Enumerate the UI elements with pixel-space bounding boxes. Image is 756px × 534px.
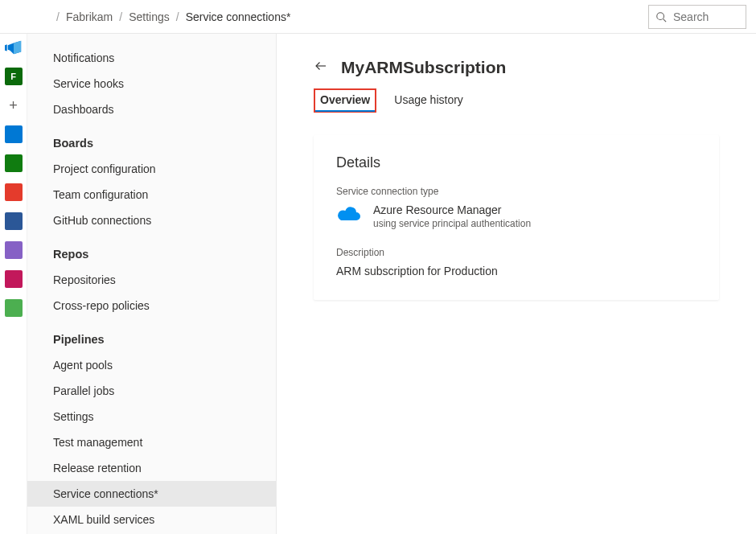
add-button[interactable]: + <box>5 97 23 114</box>
search-box[interactable] <box>648 5 746 29</box>
sidebar-heading: Boards <box>27 122 276 156</box>
sidebar-item[interactable]: Dashboards <box>27 97 276 122</box>
artifacts-icon[interactable] <box>5 212 23 230</box>
sidebar-item[interactable]: XAML build services <box>27 507 276 532</box>
back-button[interactable] <box>314 59 328 77</box>
breadcrumb-sep: / <box>56 10 60 23</box>
sidebar-heading: Repos <box>27 233 276 267</box>
project-avatar[interactable]: F <box>5 68 23 85</box>
tab-usage-history[interactable]: Usage history <box>392 88 465 113</box>
details-heading: Details <box>336 154 696 171</box>
main-content: MyARMSubscription OverviewUsage history … <box>277 34 756 534</box>
search-icon <box>655 11 667 23</box>
page-titlebar: MyARMSubscription <box>314 58 719 77</box>
sidebar-item[interactable]: Agent pools <box>27 352 276 378</box>
settings-sidebar: NotificationsService hooksDashboardsBoar… <box>27 34 277 534</box>
left-rail: F + <box>0 34 27 534</box>
sidebar-item[interactable]: Service connections* <box>27 481 276 507</box>
sidebar-item[interactable]: Notifications <box>27 45 276 71</box>
sidebar-item[interactable]: Release retention <box>27 455 276 481</box>
azure-devops-logo[interactable] <box>5 39 23 56</box>
breadcrumb-current[interactable]: Service connections* <box>186 10 291 23</box>
sidebar-item[interactable]: Cross-repo policies <box>27 293 276 318</box>
cloud-icon <box>336 205 362 223</box>
svg-point-0 <box>657 12 664 19</box>
description-text: ARM subscription for Production <box>336 265 696 277</box>
sidebar-item[interactable]: GitHub connections <box>27 207 276 233</box>
search-input[interactable] <box>673 10 739 23</box>
description-label: Description <box>336 247 696 258</box>
sidebar-item[interactable]: Repositories <box>27 267 276 293</box>
tab-overview[interactable]: Overview <box>314 88 376 113</box>
labs-icon[interactable] <box>5 241 23 259</box>
test-icon[interactable] <box>5 154 23 172</box>
sidebar-item[interactable]: Project configuration <box>27 156 276 182</box>
svg-line-1 <box>664 18 667 22</box>
breadcrumb-settings[interactable]: Settings <box>129 10 170 23</box>
sidebar-item[interactable]: Test management <box>27 429 276 455</box>
repos-icon[interactable] <box>5 183 23 201</box>
sidebar-item[interactable]: Parallel jobs <box>27 378 276 404</box>
sidebar-heading: Pipelines <box>27 318 276 352</box>
breadcrumb-sep: / <box>176 10 179 23</box>
sidebar-item[interactable]: Team configuration <box>27 182 276 207</box>
topbar: / Fabrikam / Settings / Service connecti… <box>0 0 756 34</box>
boards-icon[interactable] <box>5 125 23 143</box>
connection-subtext: using service principal authentication <box>373 218 531 229</box>
breadcrumb-sep: / <box>119 10 122 23</box>
marketplace-icon[interactable] <box>5 270 23 288</box>
sidebar-item[interactable]: Settings <box>27 404 276 429</box>
breadcrumb-org[interactable]: Fabrikam <box>66 10 113 23</box>
breadcrumb: / Fabrikam / Settings / Service connecti… <box>32 10 642 23</box>
connection-row: Azure Resource Manager using service pri… <box>336 203 696 229</box>
page-title: MyARMSubscription <box>341 58 506 77</box>
connection-name: Azure Resource Manager <box>373 203 531 216</box>
details-card: Details Service connection type Azure Re… <box>314 135 719 300</box>
sidebar-item[interactable]: Service hooks <box>27 71 276 97</box>
connection-type-label: Service connection type <box>336 186 696 197</box>
tabs: OverviewUsage history <box>314 88 719 113</box>
security-icon[interactable] <box>5 299 23 317</box>
